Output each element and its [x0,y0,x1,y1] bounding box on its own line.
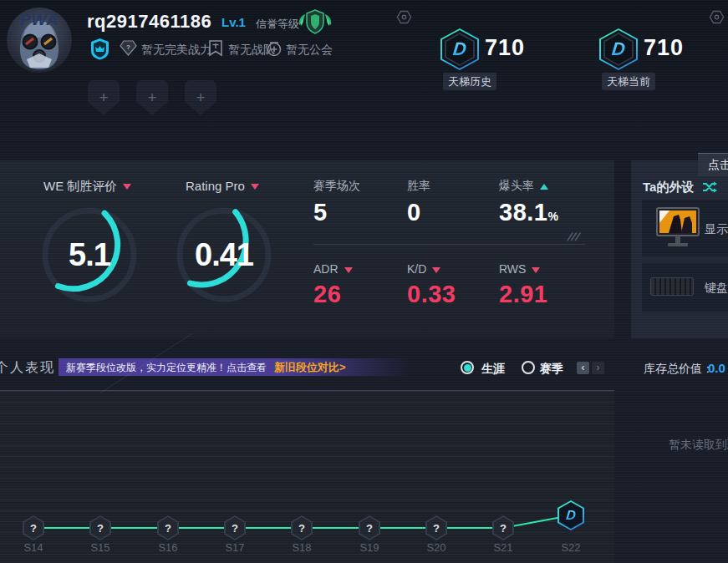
radio-season-label[interactable]: 赛季 [540,362,563,377]
guild-gift-icon [266,39,283,57]
rank-current-badge: D [599,28,638,70]
rank-tier-letter: D [438,28,481,70]
monitor-label: 显示器 [705,222,728,237]
dropdown-triangle-icon [251,184,259,190]
rank-tier-letter: D [597,28,639,70]
stat-winrate: 胜率 0 [407,179,430,226]
plus-icon: + [99,89,108,107]
click-view-tab[interactable]: 点击查看 [698,153,728,176]
inventory-empty-text: 暂未读取到现 [669,438,728,453]
banner-link[interactable]: 新旧段位对比> [274,361,346,373]
stat-adr[interactable]: ADR 26 [313,262,353,308]
rank-current-label: 天梯当前 [602,73,655,90]
no-guild-label: 暂无公会 [286,43,333,58]
member-shield-icon [89,38,110,60]
no-power-label: 暂无完美战力 [141,43,211,58]
gauge-rating-value: 0.41 [174,205,274,305]
prev-button[interactable]: ‹ [577,362,589,374]
season-node-s18[interactable]: ? S18 [291,515,313,540]
season-node-s20[interactable]: ? S20 [425,515,447,540]
stat-kd[interactable]: K/D 0.33 [407,262,456,308]
dropdown-triangle-icon [432,267,440,273]
gauge-we-title[interactable]: WE 制胜评价 [43,179,131,195]
season-node-s19[interactable]: ? S19 [359,515,380,540]
hexagon-settings-icon[interactable] [396,10,412,24]
plus-icon: + [147,89,156,107]
shuffle-icon[interactable] [702,181,717,193]
season-node-s14[interactable]: ? S14 [23,515,44,540]
dropdown-triangle-icon [123,184,131,190]
season-node-s21[interactable]: ? S21 [492,515,514,540]
gauge-rating-title[interactable]: Rating Pro [186,179,259,194]
svg-text:?: ? [126,43,130,51]
radio-career-label[interactable]: 生涯 [481,362,505,377]
season-node-s15[interactable]: ? S15 [89,515,111,540]
season-node-s16[interactable]: ? S16 [157,515,179,540]
season-node-s17[interactable]: ? S17 [224,515,246,540]
profile-page: PWA rq2917461186 Lv.1 信誉等级 ? 暂无完美战力 暂无战队… [0,0,728,563]
keyboard-card[interactable]: 键盘 [642,263,728,312]
keyboard-label: 键盘 [705,281,728,296]
stats-divider [313,244,585,245]
peripherals-title-row: Ta的外设 [643,180,717,195]
radio-season[interactable] [522,361,535,374]
dropdown-triangle-icon [532,267,540,273]
plus-icon: + [196,89,205,107]
monitor-card[interactable]: 显示器 [642,200,728,256]
gauge-we-value: 5.1 [39,205,140,305]
dropdown-triangle-icon [344,267,353,273]
medal-placeholder[interactable]: + [185,80,216,115]
medal-placeholder[interactable]: + [136,80,168,115]
stat-rws[interactable]: RWS 2.91 [499,262,547,308]
stat-headshot[interactable]: 爆头率 38.1% [499,179,558,226]
team-flag-icon [208,39,223,57]
rank-history-score: 710 [485,35,525,61]
inventory-value: 0.0 [708,361,725,375]
avatar[interactable]: PWA [7,8,72,73]
avatar-clan-tag: PWA [7,11,72,29]
radio-selected-dot [464,364,471,372]
hexagon-settings-icon[interactable] [709,10,725,24]
medal-placeholder[interactable]: + [88,80,120,115]
level-badge: Lv.1 [221,15,246,29]
rank-current-score: 710 [644,35,684,61]
rank-history-badge: D [440,28,479,70]
credit-rating-badge-icon[interactable] [297,8,333,36]
monitor-image [655,206,700,250]
credit-rating-label: 信誉等级 [256,17,299,32]
performance-section-title: 个人表现 [0,359,55,377]
season-node-s22[interactable]: D S22 [557,500,584,530]
season-tier-letter: D [556,500,586,530]
season-rank-banner[interactable]: 新赛季段位改版，实力定位更精准！点击查看新旧段位对比> [59,358,425,376]
diamond-power-icon: ? [120,40,137,56]
trend-up-icon [540,184,548,190]
inventory-label: 库存总价值： [644,362,714,377]
keyboard-image [650,277,694,296]
rank-history-label: 天梯历史 [443,73,496,90]
next-button[interactable]: › [592,362,604,374]
stat-matches: 赛季场次 5 [313,179,360,226]
username: rq2917461186 [87,11,211,33]
radio-career[interactable] [461,361,474,374]
